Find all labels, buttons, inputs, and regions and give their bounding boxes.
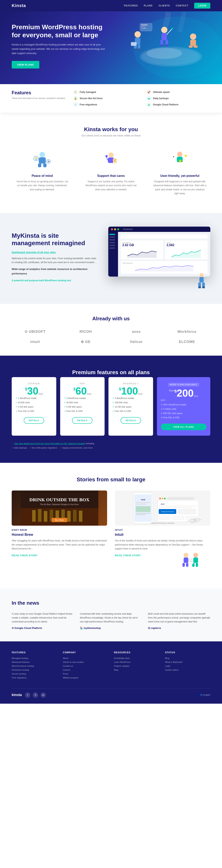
plan-price-2: $ 100 /mo — [112, 386, 149, 396]
footer-link-3-3[interactable]: System status — [165, 669, 211, 671]
svg-rect-78 — [136, 506, 151, 512]
footer-link-0-1[interactable]: Advanced features — [12, 661, 57, 663]
works-illustration-1 — [101, 151, 121, 170]
social-linkedin-icon[interactable]: in — [40, 692, 46, 698]
svg-rect-88 — [159, 506, 198, 506]
news-title: In the news — [12, 600, 210, 606]
plan-price-per-1: /mo — [87, 393, 91, 395]
plans-checkmarks: ✓ daily backups ✓ free white-glove migra… — [12, 446, 210, 449]
plans-note-link[interactable]: See plan details and pricing for more in… — [14, 442, 85, 445]
svg-rect-22 — [189, 45, 193, 48]
footer-link-1-4[interactable]: Press — [63, 673, 108, 675]
hero-cta-button[interactable]: VIEW PLANS — [12, 61, 39, 68]
svg-point-4 — [135, 31, 141, 37]
footer-link-2-0[interactable]: Knowledge base — [114, 657, 159, 659]
news-quote-2: Both small and mid-sized online business… — [148, 612, 210, 624]
client-logo-0: ⊙ UBISOFT — [12, 330, 59, 334]
dashboard-sidebar — [108, 232, 118, 277]
footer-link-1-0[interactable]: About — [63, 657, 108, 659]
svg-rect-110 — [189, 559, 193, 559]
plans-title: Premium features on all plans — [12, 369, 210, 376]
clients-title: Already with us — [12, 316, 210, 322]
plan-features-2: 3 WordPress installs 100,000 visits 10 G… — [112, 396, 149, 413]
plan-btn-3[interactable]: VIEW ALL PLANS — [161, 424, 207, 430]
footer-link-1-5[interactable]: Affiliate program — [63, 677, 108, 679]
plan-features-1: 2 WordPress installs 40,000 visits 6 GB … — [64, 396, 101, 413]
footer-language[interactable]: 🌐 English — [200, 694, 210, 696]
footer-col-3-list: Blog What is MyKinsta? Login System stat… — [165, 657, 211, 671]
svg-rect-52 — [199, 277, 204, 282]
svg-rect-17 — [165, 44, 168, 46]
svg-rect-80 — [136, 514, 145, 515]
footer-link-0-0[interactable]: Managed hosting — [12, 657, 57, 659]
svg-text:Featured Products: Featured Products — [161, 511, 174, 513]
client-logo-5: ⊕ GE — [62, 340, 109, 344]
login-button[interactable]: LOGIN — [194, 3, 210, 8]
footer-link-1-1[interactable]: Clients & case studies — [63, 661, 108, 663]
footer-link-2-2[interactable]: Feature updates — [114, 665, 159, 667]
svg-rect-11 — [131, 42, 136, 45]
footer-link-1-2[interactable]: Contact us — [63, 665, 108, 667]
works-subtitle: Our clients love us because we never set… — [12, 134, 210, 137]
nav-clients[interactable]: CLIENTS — [158, 4, 170, 7]
mykinsta-bold: Wide-range of analytics from website res… — [12, 267, 97, 276]
plan-card-1: PRO $ 60 /mo 2 WordPress installs 40,000… — [60, 377, 105, 436]
footer-col-3: STATUS Blog What is MyKinsta? Login Syst… — [165, 651, 211, 680]
plan-price-0: $ 30 /mo — [15, 386, 52, 396]
footer-link-3-1[interactable]: What is MyKinsta? — [165, 661, 211, 663]
svg-rect-15 — [165, 40, 168, 44]
dashboard-mockup: Dashboard BANDWIDTH 2.62 GB — [108, 227, 210, 277]
clients-grid: ⊙ UBISOFT RICOH asos Workforce intuit ⊕ … — [12, 330, 210, 344]
nav-contact[interactable]: CONTACT — [176, 4, 188, 7]
svg-rect-53 — [198, 282, 201, 287]
social-facebook-icon[interactable]: f — [25, 692, 30, 698]
footer-link-0-4[interactable]: Secure hosting — [12, 673, 57, 675]
feature-label-1: Ultimate speed — [153, 91, 170, 93]
svg-text:✦: ✦ — [173, 156, 175, 158]
footer-link-0-5[interactable]: Free migrations — [12, 677, 57, 679]
svg-rect-89 — [159, 507, 192, 508]
plan-btn-2[interactable]: DETAILS — [120, 417, 141, 424]
svg-point-46 — [177, 152, 182, 157]
svg-rect-59 — [32, 510, 36, 522]
plan-label-2: BUSINESS 1 — [112, 382, 149, 385]
price-from-label: from — [169, 389, 175, 392]
nav-plans[interactable]: PLANS — [144, 4, 153, 7]
footer-link-2-1[interactable]: Learn WordPress — [114, 661, 159, 663]
stories-section: Stories from small to large — [0, 463, 222, 588]
story-link-0[interactable]: READ THEIR STORY — [12, 554, 38, 557]
features-banner-left: Features These form the basis of our ser… — [12, 90, 66, 100]
story-link-1[interactable]: READ THEIR STORY — [115, 554, 141, 557]
mykinsta-link[interactable]: Dashboard overview of all your sites — [12, 251, 97, 254]
svg-text:⭐: ⭐ — [184, 154, 188, 157]
plan-price-per-0: /mo — [38, 393, 43, 395]
plan-btn-1[interactable]: DETAILS — [72, 417, 92, 424]
story-image-1: intuit intuit — [115, 491, 210, 526]
footer-link-0-3[interactable]: Enterprise hosting — [12, 669, 57, 671]
mykinsta-content: MyKinsta is site management reimagined D… — [12, 232, 97, 285]
svg-rect-77 — [136, 504, 146, 504]
plan-price-1: $ 60 /mo — [64, 386, 101, 396]
footer-link-0-2[interactable]: WooCommerce hosting — [12, 665, 57, 667]
footer-link-1-3[interactable]: Careers — [63, 669, 108, 671]
footer-col-2-title: RESOURCES — [114, 651, 159, 654]
plan-btn-0[interactable]: DETAILS — [24, 417, 44, 424]
works-grid: 💡 ⚙ Peace of mind You're free to focus o… — [12, 147, 210, 199]
footer-link-2-3[interactable]: Blog — [114, 669, 159, 671]
feature-item-1: 🚀 Ultimate speed — [147, 90, 210, 94]
works-card-1-desc: Support is our number one priority. Pro … — [84, 180, 138, 191]
client-logo-3: Workforce — [163, 330, 210, 334]
footer-col-2: RESOURCES Knowledge base Learn WordPress… — [114, 651, 159, 680]
features-banner: Features These form the basis of our ser… — [0, 84, 222, 113]
nav-features[interactable]: FEATURES — [124, 4, 138, 7]
feature-item-0: ⚡ Fully managed — [73, 90, 137, 94]
social-twitter-icon[interactable]: 𝕏 — [33, 692, 38, 698]
svg-text:💡: 💡 — [34, 157, 37, 160]
svg-text:The Art Beer, Delivered Straig: The Art Beer, Delivered Straight to Your… — [40, 503, 79, 505]
svg-text:DRINK OUTSIDE THE BOX: DRINK OUTSIDE THE BOX — [29, 497, 89, 502]
footer-link-3-0[interactable]: Blog — [165, 657, 211, 659]
features-title: Features — [12, 90, 66, 95]
footer-link-3-2[interactable]: Login — [165, 665, 211, 667]
story-tag-1: intuit — [115, 529, 210, 531]
check-1: ✓ free white-glove migrations — [29, 446, 58, 449]
